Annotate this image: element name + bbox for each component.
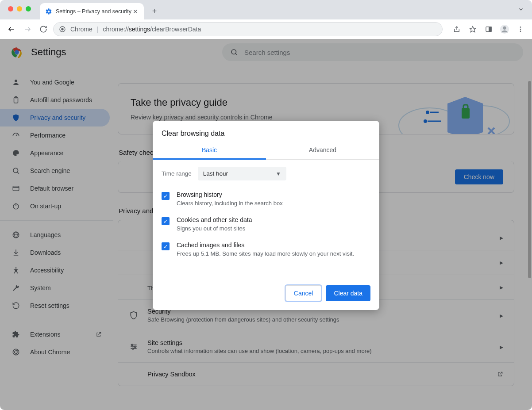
- tab-basic[interactable]: Basic: [153, 141, 266, 159]
- close-icon[interactable]: ✕: [131, 7, 139, 16]
- url-display: chrome://settings/clearBrowserData: [103, 26, 201, 33]
- chevron-down-icon[interactable]: [518, 6, 524, 12]
- clear-data-button[interactable]: Clear data: [326, 285, 370, 301]
- window-maximize-button[interactable]: [26, 6, 31, 11]
- checkbox-cached[interactable]: ✓: [162, 242, 170, 250]
- checkbox-row-cookies: ✓ Cookies and other site dataSigns you o…: [162, 212, 370, 237]
- profile-avatar[interactable]: [498, 23, 511, 35]
- forward-button[interactable]: [21, 23, 34, 35]
- share-icon[interactable]: [451, 23, 463, 35]
- back-button[interactable]: [5, 23, 18, 35]
- sidepanel-icon[interactable]: [482, 23, 495, 35]
- bookmark-icon[interactable]: [466, 23, 479, 35]
- tab-advanced[interactable]: Advanced: [266, 141, 379, 159]
- svg-point-8: [503, 27, 506, 30]
- checkbox-browsing-history[interactable]: ✓: [162, 192, 170, 200]
- svg-point-10: [520, 29, 521, 30]
- window-traffic-lights: [0, 0, 31, 11]
- checkbox-row-browsing-history: ✓ Browsing historyClears history, includ…: [162, 187, 370, 212]
- checkbox-row-cached: ✓ Cached images and filesFrees up 5.1 MB…: [162, 237, 370, 262]
- browser-tab[interactable]: Settings – Privacy and security ✕: [40, 3, 144, 19]
- reload-button[interactable]: [37, 23, 50, 35]
- menu-icon[interactable]: [514, 23, 527, 35]
- svg-marker-4: [470, 26, 475, 32]
- dialog-tabs: Basic Advanced: [153, 141, 379, 160]
- gear-icon: [45, 8, 52, 15]
- cancel-button[interactable]: Cancel: [285, 285, 322, 301]
- tab-title: Settings – Privacy and security: [56, 8, 131, 15]
- chevron-down-icon: ▼: [276, 171, 281, 177]
- svg-point-3: [62, 28, 63, 30]
- time-range-select[interactable]: Last hour ▼: [198, 167, 286, 180]
- clear-browsing-data-dialog: Clear browsing data Basic Advanced Time …: [153, 121, 379, 310]
- browser-toolbar: Chrome | chrome://settings/clearBrowserD…: [0, 19, 532, 39]
- svg-rect-6: [489, 27, 491, 32]
- divider: |: [97, 26, 99, 33]
- chrome-label: Chrome: [70, 26, 93, 33]
- address-bar[interactable]: Chrome | chrome://settings/clearBrowserD…: [53, 22, 443, 36]
- window-minimize-button[interactable]: [17, 6, 22, 11]
- window-titlebar: Settings – Privacy and security ✕ +: [0, 0, 532, 19]
- svg-point-9: [520, 27, 521, 28]
- svg-point-11: [520, 31, 521, 32]
- time-range-label: Time range: [162, 170, 192, 177]
- window-close-button[interactable]: [8, 6, 13, 11]
- new-tab-button[interactable]: +: [148, 5, 161, 17]
- modal-overlay[interactable]: Clear browsing data Basic Advanced Time …: [0, 39, 532, 410]
- checkbox-cookies[interactable]: ✓: [162, 217, 170, 225]
- dialog-title: Clear browsing data: [153, 121, 379, 141]
- site-info-icon[interactable]: [59, 26, 66, 33]
